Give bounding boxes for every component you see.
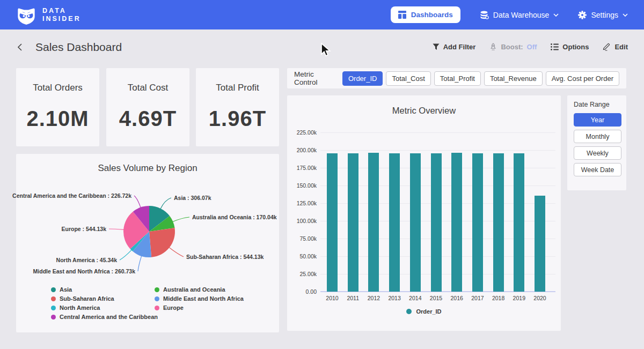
chevron-left-icon: [16, 43, 25, 51]
legend-dot: [155, 296, 159, 301]
legend-series-label: Order_ID: [416, 308, 441, 315]
legend-label: Middle East and North Africa: [163, 295, 244, 302]
legend-label: North America: [60, 305, 100, 311]
y-axis-tick: 0.00: [287, 288, 317, 295]
data-warehouse-label: Data Warehouse: [493, 11, 550, 19]
edit-button[interactable]: Edit: [603, 43, 628, 51]
bar-chart-card: Metric Overview 225.00k200.00k175.00k150…: [287, 95, 561, 331]
date-range-buttons: YearMonthlyWeeklyWeek Date: [574, 113, 621, 176]
options-button[interactable]: Options: [551, 43, 589, 51]
bar-2016: [451, 153, 462, 292]
kpi-value: 2.10M: [26, 107, 89, 131]
data-warehouse-menu[interactable]: Data Warehouse: [480, 11, 559, 19]
legend-item-australia-and-oceania: Australia and Oceania: [155, 286, 225, 293]
app-logo[interactable]: DATA INSIDER: [16, 5, 81, 25]
x-axis-tick: 2011: [342, 295, 364, 301]
bar-2020: [535, 196, 545, 292]
x-axis-tick: 2017: [467, 295, 488, 301]
y-axis-tick: 25.00k: [287, 271, 317, 277]
x-axis-tick: 2014: [405, 295, 426, 301]
x-axis-tick: 2020: [529, 295, 551, 301]
list-icon: [551, 43, 559, 50]
add-filter-label: Add Filter: [443, 43, 476, 51]
x-axis-tick: 2019: [508, 295, 530, 301]
metric-control-option-avg-cost-per-order[interactable]: Avg. Cost per Order: [546, 71, 619, 86]
filter-icon: [433, 43, 440, 50]
date-range-option-weekly[interactable]: Weekly: [574, 146, 621, 160]
x-axis-tick: 2016: [446, 295, 467, 301]
kpi-label: Total Cost: [128, 83, 169, 93]
bar-2011: [348, 153, 358, 292]
x-axis-tick: 2013: [384, 295, 405, 301]
metric-control-buttons: Order_IDTotal_CostTotal_ProfitTotal_Reve…: [342, 71, 619, 86]
bar-2012: [368, 153, 379, 292]
x-axis-tick: 2018: [488, 295, 509, 301]
dashboard-grid-icon: [398, 11, 406, 19]
logo-wordmark: DATA INSIDER: [42, 7, 81, 23]
boost-toggle[interactable]: Boost:Off: [489, 43, 537, 51]
legend-dot: [155, 287, 159, 292]
options-label: Options: [562, 43, 589, 51]
kpi-label: Total Profit: [216, 83, 259, 93]
bar-2018: [493, 153, 504, 292]
legend-item-middle-east-and-north-africa: Middle East and North Africa: [155, 295, 244, 302]
kpi-value: 4.69T: [119, 107, 177, 131]
owl-logo-icon: [16, 5, 36, 25]
gear-icon: [578, 11, 587, 19]
date-range-panel: Date Range YearMonthlyWeeklyWeek Date: [567, 95, 626, 190]
kpi-card-total-profit: Total Profit1.96T: [196, 68, 279, 146]
legend-dot: [51, 315, 56, 320]
dashboards-button[interactable]: Dashboards: [391, 6, 460, 23]
legend-label: Europe: [163, 305, 184, 311]
chevron-down-icon: [623, 13, 628, 17]
legend-dot: [51, 287, 56, 292]
settings-menu[interactable]: Settings: [578, 11, 628, 19]
y-axis-tick: 50.00k: [287, 253, 317, 259]
gridline: [320, 150, 555, 151]
x-axis-tick: 2010: [321, 295, 343, 301]
pie-legend: AsiaSub-Saharan AfricaNorth AmericaCentr…: [16, 154, 279, 332]
navbar: DATA INSIDER Dashboards Data Warehouse: [0, 0, 644, 29]
back-button[interactable]: [16, 43, 25, 51]
date-range-option-year[interactable]: Year: [574, 113, 621, 127]
page-header: Sales Dashboard Add Filter Boost:Off Opt…: [0, 29, 644, 64]
y-axis-tick: 100.00k: [287, 218, 317, 224]
boost-label: Boost:: [501, 43, 523, 51]
legend-label: Australia and Oceania: [163, 286, 225, 293]
legend-item-asia: Asia: [51, 286, 72, 293]
date-range-option-monthly[interactable]: Monthly: [574, 130, 621, 143]
kpi-card-total-orders: Total Orders2.10M: [16, 68, 99, 146]
x-axis-tick: 2015: [426, 295, 447, 301]
metric-control-option-order-id[interactable]: Order_ID: [342, 71, 383, 86]
y-axis-tick: 150.00k: [287, 182, 317, 189]
metric-control-option-total-cost[interactable]: Total_Cost: [386, 71, 430, 86]
date-range-label: Date Range: [574, 101, 621, 108]
metric-control-option-total-profit[interactable]: Total_Profit: [434, 71, 481, 86]
edit-label: Edit: [614, 43, 628, 51]
legend-dot: [51, 306, 56, 310]
pencil-icon: [603, 43, 611, 51]
toolbar: Add Filter Boost:Off Options Edit: [433, 43, 628, 51]
bar-chart: 225.00k200.00k175.00k150.00k125.00k100.0…: [287, 95, 561, 331]
y-axis-tick: 125.00k: [287, 200, 317, 206]
legend-item-europe: Europe: [155, 305, 184, 311]
y-axis-tick: 225.00k: [287, 129, 317, 136]
legend-dot: [51, 296, 56, 301]
add-filter-button[interactable]: Add Filter: [433, 43, 476, 51]
bar-2019: [514, 153, 524, 292]
kpi-value: 1.96T: [209, 107, 266, 131]
y-axis-tick: 175.00k: [287, 165, 317, 171]
pie-chart-card: Sales Volume by Region Asia : 306.07kAus…: [16, 154, 279, 332]
metric-control-bar: Metric Control Order_IDTotal_CostTotal_P…: [287, 68, 626, 88]
dashboards-label: Dashboards: [411, 11, 453, 19]
legend-label: Central America and the Caribbean: [60, 314, 158, 320]
bar-2010: [327, 153, 338, 292]
database-icon: [480, 11, 489, 19]
metric-control-option-total-revenue[interactable]: Total_Revenue: [484, 71, 543, 86]
y-axis-tick: 200.00k: [287, 147, 317, 153]
gridline: [320, 132, 555, 133]
legend-dot: [155, 306, 159, 310]
metric-control-label: Metric Control: [294, 70, 335, 86]
date-range-option-week-date[interactable]: Week Date: [574, 163, 621, 176]
legend-label: Sub-Saharan Africa: [60, 295, 114, 302]
